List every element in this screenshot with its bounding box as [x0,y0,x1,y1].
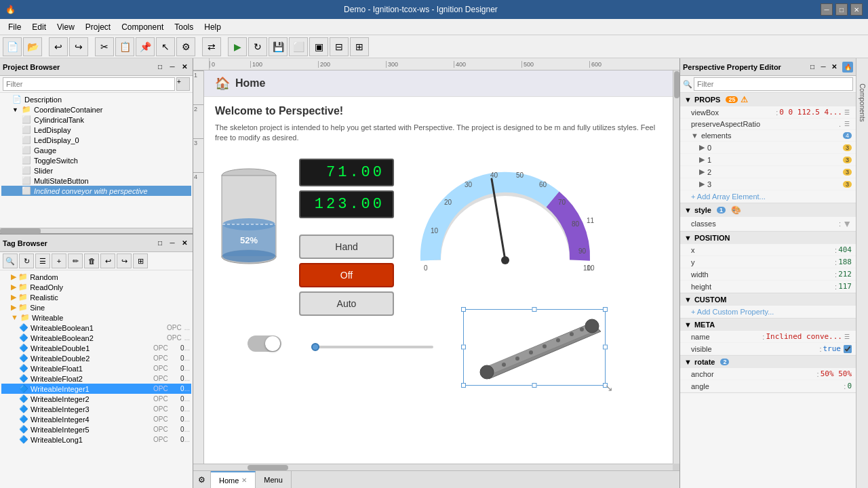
tag-refresh-btn[interactable]: ↻ [19,253,34,268]
tag-realistic[interactable]: ▶ 📁 Realistic [1,292,191,302]
prop-section-meta-header[interactable]: ▼ META [680,319,856,331]
save-button[interactable]: 💾 [269,37,288,56]
tree-item-cylindricaltank[interactable]: ⬜CylindricalTank [1,115,191,125]
project-browser-minimize[interactable]: ─ [167,62,178,73]
prop-section-style-header[interactable]: ▼ style 1 🎨 [680,203,856,217]
tag-writeableinteger5[interactable]: 🔷 WriteableInteger5OPC0... [1,424,191,434]
paste-button[interactable]: 📌 [136,37,155,56]
tree-item-slider[interactable]: ⬜Slider [1,165,191,176]
tree-item-toggleswitch[interactable]: ⬜ToggleSwitch [1,155,191,165]
tag-browser-close[interactable]: ✕ [179,238,190,249]
cut-button[interactable]: ✂ [95,37,114,56]
project-browser-hscroll[interactable] [0,228,193,233]
tree-item-leddisplay0[interactable]: ⬜LedDisplay_0 [1,135,191,145]
prop-section-position-header[interactable]: ▼ POSITION [680,232,856,244]
project-browser-close[interactable]: ✕ [179,62,190,73]
prop-section-rotate-header[interactable]: ▼ rotate 2 [680,356,856,368]
prop-element-3-expand[interactable]: ▶ [699,180,705,188]
prop-name-menu[interactable]: ☰ [842,333,852,341]
prop-classes-dropdown[interactable]: ▼ [842,218,852,229]
prop-section-props-header[interactable]: ▼ PROPS 25 ⚠ [680,93,856,106]
prop-viewbox-menu[interactable]: ☰ [842,108,852,117]
tag-writeabledouble1[interactable]: 🔷 WriteableDouble1OPC0... [1,343,191,353]
prop-add-custom-property[interactable]: + Add Custom Property... [680,306,856,318]
handle-tm[interactable] [532,307,537,312]
tool-button[interactable]: ⚙ [176,37,195,56]
crop-button[interactable]: ▣ [309,37,328,56]
tag-writeablelong1[interactable]: 🔷 WriteableLong1OPC0... [1,434,191,445]
resize-handle-icon[interactable]: ↘ [605,382,613,393]
menu-project[interactable]: Project [80,21,116,33]
tag-history-btn[interactable]: ↩ [100,253,115,268]
close-button[interactable]: ✕ [850,3,863,16]
tag-edit-btn[interactable]: ✏ [68,253,83,268]
tag-browser-expand[interactable]: □ [155,238,165,249]
prop-add-array-element[interactable]: + Add Array Element... [680,190,856,203]
refresh-button[interactable]: ↻ [248,37,267,56]
prop-preserveaspectratio-menu[interactable]: ☰ [842,120,852,128]
tab-home-close[interactable]: ✕ [241,476,247,484]
tag-writeableinteger4[interactable]: 🔷 WriteableInteger4OPC0... [1,414,191,424]
handle-bm[interactable] [532,383,537,388]
export-button[interactable]: ⊞ [350,37,369,56]
tree-item-inclined-conveyor[interactable]: ⬜Inclined conveyor with perspective [1,186,191,196]
tag-sine[interactable]: ▶ 📁 Sine [1,302,191,312]
tab-menu[interactable]: Menu [256,471,292,488]
slider-track[interactable] [311,346,433,348]
layers-button[interactable]: ⊟ [330,37,349,56]
tag-search-btn[interactable]: 🔍 [3,253,18,268]
select-button[interactable]: ↖ [156,37,175,56]
toggle-switch[interactable] [248,336,281,352]
hoa-off-button[interactable]: Off [299,263,394,287]
prop-section-custom-header[interactable]: ▼ CUSTOM [680,293,856,306]
tag-writeableboolean1[interactable]: 🔷 WriteableBoolean1OPC... [1,323,191,333]
prop-editor-minimize[interactable]: ─ [818,62,829,73]
open-button[interactable]: 📂 [23,37,42,56]
tag-browser-minimize[interactable]: ─ [167,238,178,249]
menu-view[interactable]: View [52,21,80,33]
new-button[interactable]: 📄 [3,37,22,56]
tag-forward-btn[interactable]: ↪ [117,253,132,268]
prop-filter-input[interactable] [694,77,853,91]
tag-writeabledouble2[interactable]: 🔷 WriteableDouble2OPC0... [1,353,191,363]
tree-item-coordinatecontainer[interactable]: ▼📁CoordinateContainer [1,104,191,115]
components-side-strip[interactable]: Components [856,58,868,488]
menu-file[interactable]: File [3,21,26,33]
project-filter-input[interactable] [3,77,175,91]
handle-tr[interactable] [603,307,608,312]
undo-button[interactable]: ↩ [49,37,68,56]
tab-settings-icon[interactable]: ⚙ [193,471,211,488]
tag-writeablefloat2[interactable]: 🔷 WriteableFloat2OPC0... [1,373,191,384]
prop-editor-close[interactable]: ✕ [829,62,840,73]
menu-edit[interactable]: Edit [26,21,52,33]
tree-item-description[interactable]: 📄Description [1,94,191,104]
slider-thumb[interactable] [311,343,319,351]
prop-element-1-expand[interactable]: ▶ [699,155,705,164]
project-browser-expand[interactable]: □ [155,62,165,73]
handle-mr[interactable] [603,345,608,350]
frame-button[interactable]: ⬜ [289,37,308,56]
tag-writeableinteger2[interactable]: 🔷 WriteableInteger2OPC0... [1,394,191,404]
toggle-button[interactable]: ⇄ [202,37,221,56]
menu-component[interactable]: Component [116,21,169,33]
menu-help[interactable]: Help [199,21,226,33]
hoa-hand-button[interactable]: Hand [299,235,394,259]
canvas-vscroll[interactable] [673,70,679,464]
canvas-vscroll-thumb[interactable] [674,71,679,98]
tree-item-gauge[interactable]: ⬜Gauge [1,145,191,155]
tree-item-multistatebutton[interactable]: ⬜MultiStateButton [1,176,191,186]
handle-ml[interactable] [461,345,466,350]
canvas-hscroll-thumb[interactable] [248,465,288,470]
copy-button[interactable]: 📋 [115,37,134,56]
hoa-auto-button[interactable]: Auto [299,291,394,316]
canvas-hscroll[interactable] [193,464,673,470]
tag-readonly[interactable]: ▶ 📁 ReadOnly [1,282,191,292]
handle-tl[interactable] [461,307,466,312]
tab-home[interactable]: Home ✕ [211,471,256,488]
redo-button[interactable]: ↪ [69,37,88,56]
prop-element-2-expand[interactable]: ▶ [699,167,705,176]
tag-writeable[interactable]: ▼ 📁 Writeable [1,312,191,323]
tree-item-leddisplay[interactable]: ⬜LedDisplay [1,125,191,135]
tag-table-btn[interactable]: ⊞ [133,253,148,268]
menu-tools[interactable]: Tools [169,21,199,33]
